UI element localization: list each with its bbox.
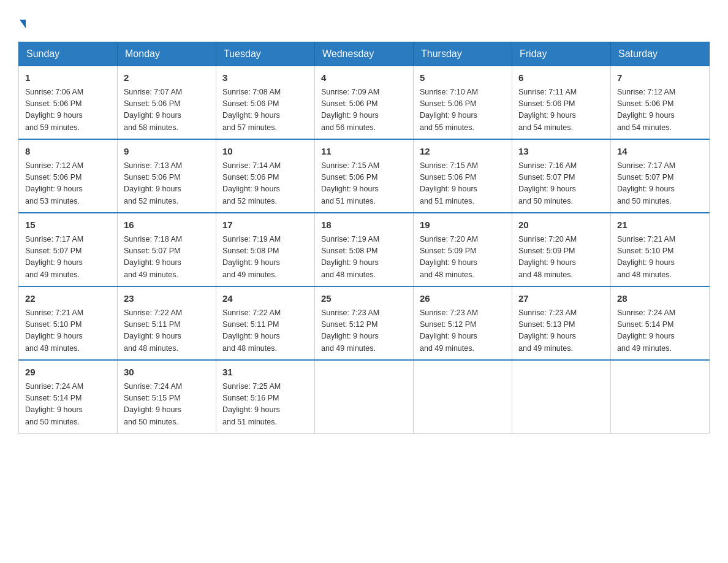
day-info: Sunrise: 7:25 AMSunset: 5:16 PMDaylight:… bbox=[222, 381, 308, 429]
day-info: Sunrise: 7:20 AMSunset: 5:09 PMDaylight:… bbox=[420, 234, 506, 282]
day-info: Sunrise: 7:12 AMSunset: 5:06 PMDaylight:… bbox=[617, 86, 703, 134]
day-info: Sunrise: 7:17 AMSunset: 5:07 PMDaylight:… bbox=[617, 160, 703, 208]
calendar-cell bbox=[512, 360, 611, 434]
calendar-cell: 7Sunrise: 7:12 AMSunset: 5:06 PMDaylight… bbox=[611, 66, 710, 140]
day-info: Sunrise: 7:20 AMSunset: 5:09 PMDaylight:… bbox=[518, 234, 604, 282]
day-number: 16 bbox=[124, 218, 210, 232]
day-number: 29 bbox=[25, 366, 111, 380]
day-number: 7 bbox=[617, 71, 703, 85]
day-number: 1 bbox=[25, 71, 111, 85]
day-number: 31 bbox=[222, 366, 308, 380]
day-info: Sunrise: 7:15 AMSunset: 5:06 PMDaylight:… bbox=[321, 160, 407, 208]
calendar-cell: 26Sunrise: 7:23 AMSunset: 5:12 PMDayligh… bbox=[414, 286, 512, 360]
day-info: Sunrise: 7:08 AMSunset: 5:06 PMDaylight:… bbox=[222, 86, 308, 134]
calendar-table: SundayMondayTuesdayWednesdayThursdayFrid… bbox=[18, 42, 710, 434]
day-info: Sunrise: 7:24 AMSunset: 5:14 PMDaylight:… bbox=[617, 307, 703, 355]
day-number: 4 bbox=[321, 71, 407, 85]
day-number: 21 bbox=[617, 218, 703, 232]
calendar-cell: 25Sunrise: 7:23 AMSunset: 5:12 PMDayligh… bbox=[315, 286, 414, 360]
day-info: Sunrise: 7:07 AMSunset: 5:06 PMDaylight:… bbox=[124, 86, 210, 134]
day-number: 20 bbox=[518, 218, 604, 232]
calendar-cell: 24Sunrise: 7:22 AMSunset: 5:11 PMDayligh… bbox=[216, 286, 315, 360]
day-info: Sunrise: 7:21 AMSunset: 5:10 PMDaylight:… bbox=[617, 234, 703, 282]
calendar-cell: 30Sunrise: 7:24 AMSunset: 5:15 PMDayligh… bbox=[118, 360, 216, 434]
day-info: Sunrise: 7:10 AMSunset: 5:06 PMDaylight:… bbox=[420, 86, 506, 134]
calendar-cell: 8Sunrise: 7:12 AMSunset: 5:06 PMDaylight… bbox=[19, 139, 118, 213]
day-info: Sunrise: 7:19 AMSunset: 5:08 PMDaylight:… bbox=[222, 234, 308, 282]
day-info: Sunrise: 7:24 AMSunset: 5:15 PMDaylight:… bbox=[124, 381, 210, 429]
day-number: 19 bbox=[420, 218, 506, 232]
day-info: Sunrise: 7:16 AMSunset: 5:07 PMDaylight:… bbox=[518, 160, 604, 208]
day-info: Sunrise: 7:21 AMSunset: 5:10 PMDaylight:… bbox=[25, 307, 111, 355]
day-info: Sunrise: 7:24 AMSunset: 5:14 PMDaylight:… bbox=[25, 381, 111, 429]
day-info: Sunrise: 7:11 AMSunset: 5:06 PMDaylight:… bbox=[518, 86, 604, 134]
calendar-cell: 11Sunrise: 7:15 AMSunset: 5:06 PMDayligh… bbox=[315, 139, 414, 213]
calendar-cell: 9Sunrise: 7:13 AMSunset: 5:06 PMDaylight… bbox=[118, 139, 216, 213]
calendar-cell: 31Sunrise: 7:25 AMSunset: 5:16 PMDayligh… bbox=[216, 360, 315, 434]
calendar-cell: 10Sunrise: 7:14 AMSunset: 5:06 PMDayligh… bbox=[216, 139, 315, 213]
calendar-week-row: 15Sunrise: 7:17 AMSunset: 5:07 PMDayligh… bbox=[19, 213, 710, 286]
day-number: 13 bbox=[518, 145, 604, 159]
logo bbox=[18, 12, 26, 29]
calendar-cell: 13Sunrise: 7:16 AMSunset: 5:07 PMDayligh… bbox=[512, 139, 611, 213]
calendar-cell: 1Sunrise: 7:06 AMSunset: 5:06 PMDaylight… bbox=[19, 66, 118, 140]
day-number: 3 bbox=[222, 71, 308, 85]
day-info: Sunrise: 7:22 AMSunset: 5:11 PMDaylight:… bbox=[222, 307, 308, 355]
day-number: 17 bbox=[222, 218, 308, 232]
calendar-week-row: 8Sunrise: 7:12 AMSunset: 5:06 PMDaylight… bbox=[19, 139, 710, 213]
column-header-wednesday: Wednesday bbox=[315, 42, 414, 66]
day-info: Sunrise: 7:22 AMSunset: 5:11 PMDaylight:… bbox=[124, 307, 210, 355]
day-number: 10 bbox=[222, 145, 308, 159]
logo-general-text bbox=[18, 12, 26, 32]
day-number: 22 bbox=[25, 292, 111, 306]
day-info: Sunrise: 7:23 AMSunset: 5:13 PMDaylight:… bbox=[518, 307, 604, 355]
day-number: 26 bbox=[420, 292, 506, 306]
day-number: 25 bbox=[321, 292, 407, 306]
column-header-tuesday: Tuesday bbox=[216, 42, 315, 66]
day-number: 24 bbox=[222, 292, 308, 306]
calendar-cell: 12Sunrise: 7:15 AMSunset: 5:06 PMDayligh… bbox=[414, 139, 512, 213]
day-info: Sunrise: 7:15 AMSunset: 5:06 PMDaylight:… bbox=[420, 160, 506, 208]
day-number: 5 bbox=[420, 71, 506, 85]
column-header-sunday: Sunday bbox=[19, 42, 118, 66]
day-info: Sunrise: 7:09 AMSunset: 5:06 PMDaylight:… bbox=[321, 86, 407, 134]
day-number: 23 bbox=[124, 292, 210, 306]
day-info: Sunrise: 7:14 AMSunset: 5:06 PMDaylight:… bbox=[222, 160, 308, 208]
column-header-saturday: Saturday bbox=[611, 42, 710, 66]
calendar-week-row: 1Sunrise: 7:06 AMSunset: 5:06 PMDaylight… bbox=[19, 66, 710, 140]
column-header-thursday: Thursday bbox=[414, 42, 512, 66]
calendar-cell: 27Sunrise: 7:23 AMSunset: 5:13 PMDayligh… bbox=[512, 286, 611, 360]
calendar-cell: 6Sunrise: 7:11 AMSunset: 5:06 PMDaylight… bbox=[512, 66, 611, 140]
day-number: 9 bbox=[124, 145, 210, 159]
calendar-cell: 29Sunrise: 7:24 AMSunset: 5:14 PMDayligh… bbox=[19, 360, 118, 434]
page-header bbox=[18, 12, 710, 29]
day-info: Sunrise: 7:12 AMSunset: 5:06 PMDaylight:… bbox=[25, 160, 111, 208]
calendar-cell: 16Sunrise: 7:18 AMSunset: 5:07 PMDayligh… bbox=[118, 213, 216, 286]
day-number: 27 bbox=[518, 292, 604, 306]
day-info: Sunrise: 7:19 AMSunset: 5:08 PMDaylight:… bbox=[321, 234, 407, 282]
day-number: 30 bbox=[124, 366, 210, 380]
calendar-header-row: SundayMondayTuesdayWednesdayThursdayFrid… bbox=[19, 42, 710, 66]
calendar-week-row: 29Sunrise: 7:24 AMSunset: 5:14 PMDayligh… bbox=[19, 360, 710, 434]
calendar-cell: 15Sunrise: 7:17 AMSunset: 5:07 PMDayligh… bbox=[19, 213, 118, 286]
calendar-cell: 18Sunrise: 7:19 AMSunset: 5:08 PMDayligh… bbox=[315, 213, 414, 286]
calendar-cell: 14Sunrise: 7:17 AMSunset: 5:07 PMDayligh… bbox=[611, 139, 710, 213]
day-number: 14 bbox=[617, 145, 703, 159]
calendar-cell bbox=[315, 360, 414, 434]
calendar-cell: 21Sunrise: 7:21 AMSunset: 5:10 PMDayligh… bbox=[611, 213, 710, 286]
day-number: 15 bbox=[25, 218, 111, 232]
calendar-cell: 28Sunrise: 7:24 AMSunset: 5:14 PMDayligh… bbox=[611, 286, 710, 360]
calendar-cell: 3Sunrise: 7:08 AMSunset: 5:06 PMDaylight… bbox=[216, 66, 315, 140]
calendar-cell: 2Sunrise: 7:07 AMSunset: 5:06 PMDaylight… bbox=[118, 66, 216, 140]
calendar-cell: 5Sunrise: 7:10 AMSunset: 5:06 PMDaylight… bbox=[414, 66, 512, 140]
day-info: Sunrise: 7:18 AMSunset: 5:07 PMDaylight:… bbox=[124, 234, 210, 282]
calendar-cell: 17Sunrise: 7:19 AMSunset: 5:08 PMDayligh… bbox=[216, 213, 315, 286]
calendar-cell bbox=[611, 360, 710, 434]
day-number: 6 bbox=[518, 71, 604, 85]
calendar-cell: 23Sunrise: 7:22 AMSunset: 5:11 PMDayligh… bbox=[118, 286, 216, 360]
day-info: Sunrise: 7:17 AMSunset: 5:07 PMDaylight:… bbox=[25, 234, 111, 282]
calendar-cell bbox=[414, 360, 512, 434]
day-number: 8 bbox=[25, 145, 111, 159]
calendar-cell: 19Sunrise: 7:20 AMSunset: 5:09 PMDayligh… bbox=[414, 213, 512, 286]
day-info: Sunrise: 7:06 AMSunset: 5:06 PMDaylight:… bbox=[25, 86, 111, 134]
